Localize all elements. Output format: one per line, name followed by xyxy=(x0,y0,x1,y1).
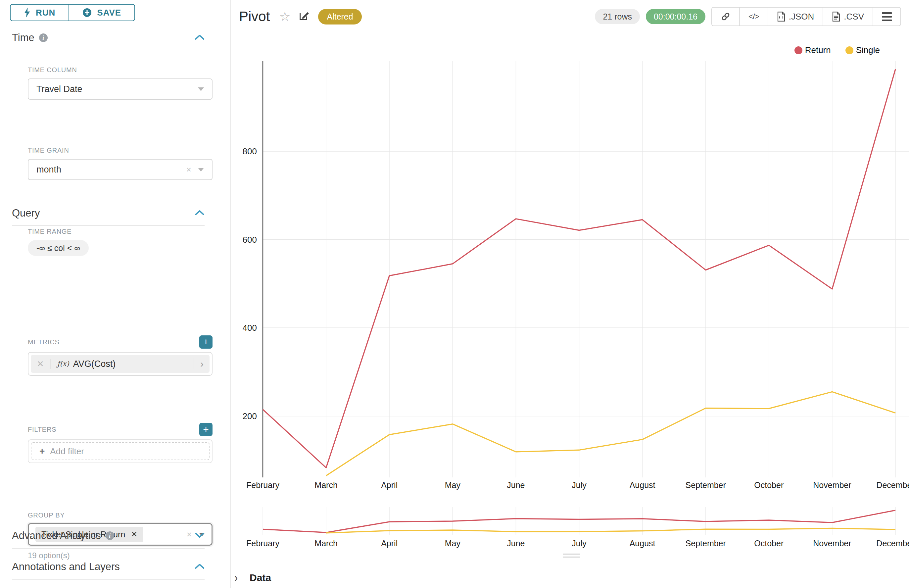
explore-view: RUN SAVE Time i TIME COLUMN xyxy=(0,0,909,588)
time-column-value: Travel Date xyxy=(36,84,82,94)
chevron-down-icon[interactable] xyxy=(195,532,205,540)
chevron-right-icon[interactable]: › xyxy=(194,358,203,370)
chevron-up-icon[interactable] xyxy=(195,210,205,217)
chart-brush-preview[interactable]: FebruaryMarchAprilMayJuneJulyAugustSepte… xyxy=(232,502,909,552)
plus-circle-icon xyxy=(82,8,92,17)
x-axis-label: March xyxy=(315,539,337,548)
x-axis-label: April xyxy=(381,539,397,548)
info-icon: i xyxy=(106,531,114,540)
metric-name: AVG(Cost) xyxy=(73,359,116,369)
hamburger-menu-icon xyxy=(882,12,892,21)
x-axis-label: October xyxy=(754,539,783,548)
chevron-up-icon[interactable] xyxy=(195,34,205,41)
chart-menu-button[interactable] xyxy=(873,8,900,26)
x-axis-label: November xyxy=(813,539,851,548)
chart-panel: Pivot ☆ Altered 21 rows 00:00:00.16 </> xyxy=(232,0,909,588)
metric-item[interactable]: ✕ ƒ(x) AVG(Cost) › xyxy=(28,352,213,376)
row-count-badge: 21 rows xyxy=(595,9,640,24)
x-axis-label: May xyxy=(445,539,461,548)
export-json-label: .JSON xyxy=(789,11,814,22)
add-filter-button[interactable]: + Add filter xyxy=(31,442,210,460)
add-metric-plus-button[interactable]: + xyxy=(199,335,213,349)
x-axis-label: April xyxy=(381,480,397,489)
chart-title[interactable]: Pivot xyxy=(239,9,270,24)
fx-icon: ƒ(x) xyxy=(57,360,69,368)
x-axis-label: August xyxy=(630,539,656,548)
export-csv-label: .CSV xyxy=(844,11,864,22)
metrics-label: METRICS xyxy=(28,338,60,346)
x-axis-label: June xyxy=(507,480,525,489)
add-filter-label: Add filter xyxy=(50,446,84,457)
data-panel-toggle[interactable]: › Data xyxy=(234,572,271,583)
run-save-group: RUN SAVE xyxy=(10,4,135,21)
altered-badge[interactable]: Altered xyxy=(318,9,362,24)
time-column-label: TIME COLUMN xyxy=(28,66,213,74)
export-json-button[interactable]: .JSON xyxy=(768,8,823,26)
x-axis-label: December xyxy=(876,480,909,489)
time-section-title: Time xyxy=(12,32,34,44)
advanced-analytics-title: Advanced Analytics xyxy=(12,530,101,542)
resize-handle[interactable] xyxy=(563,554,580,559)
csv-file-icon xyxy=(832,11,841,21)
x-axis-label: May xyxy=(445,480,461,489)
clear-icon[interactable]: × xyxy=(186,165,191,174)
lightning-bolt-icon xyxy=(24,8,31,18)
chevron-up-icon[interactable] xyxy=(195,563,205,570)
run-button[interactable]: RUN xyxy=(11,5,68,21)
chevron-down-icon xyxy=(198,168,204,171)
time-grain-select[interactable]: month × xyxy=(28,159,213,180)
view-query-button[interactable]: </> xyxy=(739,8,768,26)
plus-icon: + xyxy=(39,446,45,457)
filter-dropzone: + Add filter xyxy=(28,439,213,463)
query-timer-badge: 00:00:00.16 xyxy=(646,9,706,24)
annotations-layers-title: Annotations and Layers xyxy=(12,561,120,573)
edit-pencil-icon[interactable] xyxy=(298,10,310,23)
save-button-label: SAVE xyxy=(97,8,121,18)
x-axis-label: June xyxy=(507,539,525,548)
x-axis-label: February xyxy=(246,539,280,548)
remove-metric-icon[interactable]: ✕ xyxy=(37,359,51,369)
time-range-label: TIME RANGE xyxy=(28,228,213,236)
x-axis-label: July xyxy=(572,480,586,489)
line-chart[interactable]: FebruaryMarchAprilMayJuneJulyAugustSepte… xyxy=(232,23,909,490)
time-range-pill[interactable]: -∞ ≤ col < ∞ xyxy=(28,240,89,256)
y-axis-label: 600 xyxy=(243,235,257,245)
favorite-star-icon[interactable]: ☆ xyxy=(279,9,290,24)
time-grain-label: TIME GRAIN xyxy=(28,147,213,154)
x-axis-label: August xyxy=(630,480,656,489)
time-column-select[interactable]: Travel Date xyxy=(28,79,213,100)
y-axis-label: 400 xyxy=(243,323,257,333)
share-link-button[interactable] xyxy=(712,8,739,26)
series-line-single xyxy=(326,392,895,475)
info-icon: i xyxy=(39,34,48,42)
chevron-right-icon: › xyxy=(234,570,238,585)
x-axis-label: March xyxy=(315,480,337,489)
series-line-single xyxy=(326,528,895,533)
code-icon: </> xyxy=(748,12,759,21)
data-panel-label: Data xyxy=(250,572,271,583)
x-axis-label: February xyxy=(246,480,280,489)
y-axis-label: 200 xyxy=(243,411,257,421)
save-button[interactable]: SAVE xyxy=(68,5,134,21)
run-button-label: RUN xyxy=(36,8,55,18)
x-axis-label: November xyxy=(813,480,851,489)
x-axis-label: September xyxy=(686,539,726,548)
group-by-options-hint: 19 option(s) xyxy=(28,551,213,560)
query-section-title: Query xyxy=(12,207,40,219)
group-by-label: GROUP BY xyxy=(28,512,213,519)
control-sidebar: RUN SAVE Time i TIME COLUMN xyxy=(0,0,231,588)
chevron-down-icon xyxy=(198,87,204,91)
add-filter-plus-button[interactable]: + xyxy=(199,423,213,436)
x-axis-label: September xyxy=(686,480,726,489)
filters-label: FILTERS xyxy=(28,426,56,433)
export-csv-button[interactable]: .CSV xyxy=(823,8,873,26)
y-axis-label: 800 xyxy=(243,146,257,156)
x-axis-label: December xyxy=(876,539,909,548)
x-axis-label: July xyxy=(572,539,586,548)
json-file-icon xyxy=(777,11,786,21)
x-axis-label: October xyxy=(754,480,783,489)
link-icon xyxy=(721,11,731,21)
time-grain-value: month xyxy=(36,165,61,175)
